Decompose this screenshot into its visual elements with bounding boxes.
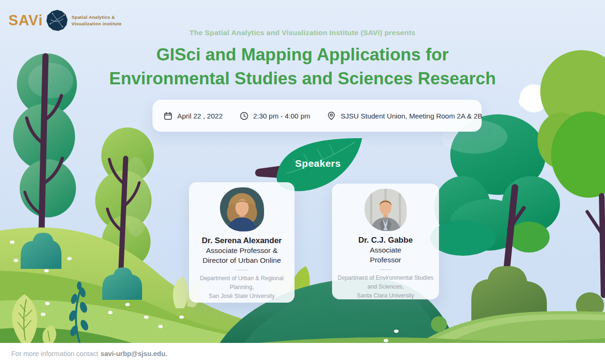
event-time: 2:30 pm - 4:00 pm [240,111,310,120]
speaker-photo-serena-alexander [220,187,264,231]
event-flyer: SAVi Spatial Analytics & Visualization i… [0,0,605,364]
title-line-1: GISci and Mapping Applications for [0,43,605,67]
speaker-role-line2: Professor [332,255,439,265]
calendar-icon [164,111,173,120]
footer-contact-text: For more information contact [11,350,98,357]
event-date: April 22 , 2022 [164,111,223,120]
event-time-label: 2:30 pm - 4:00 pm [253,112,310,120]
speaker-photo-cj-gabbe [364,189,407,231]
savi-logo-acronym: SAVi [8,12,43,29]
kicker-line: The Spatial Analytics and Visualization … [0,29,605,37]
speaker-role-line2: Director of Urban Online [189,255,295,265]
savi-logo: SAVi Spatial Analytics & Visualization i… [8,9,121,31]
card-divider [379,269,392,270]
event-info-bar: April 22 , 2022 2:30 pm - 4:00 pm SJSU S… [152,100,482,132]
savi-network-globe-icon [46,9,68,31]
affiliation-line2: Planning, [189,283,295,292]
speaker-name: Dr. Serena Alexander [189,236,295,245]
speaker-affiliation: Department of Environmental Studies and … [332,274,439,300]
speaker-affiliation: Department of Urban & Regional Planning,… [189,274,295,301]
affiliation-line3: Santa Clara University [332,291,439,300]
clock-icon [240,111,249,120]
speakers-section-label: Speakers [280,158,355,169]
event-location: SJSU Student Union, Meeting Room 2A & 2B [327,111,482,120]
savi-logo-org-name: Spatial Analytics & Visualization instit… [72,14,122,27]
page-title: GISci and Mapping Applications for Envir… [0,43,605,90]
affiliation-line1: Department of Urban & Regional [189,274,295,283]
affiliation-line2: and Sciences, [332,282,439,291]
affiliation-line1: Department of Environmental Studies [332,274,439,282]
footer-contact-bar: For more information contact savi-urbp@s… [0,343,605,364]
speaker-card-serena-alexander: Dr. Serena Alexander Associate Professor… [189,182,295,303]
event-location-label: SJSU Student Union, Meeting Room 2A & 2B [340,112,482,120]
event-date-label: April 22 , 2022 [177,112,223,120]
title-line-2: Environmental Studies and Sciences Resea… [0,67,605,90]
card-divider [236,270,248,270]
speaker-role-line1: Associate Professor & [189,245,295,255]
speaker-card-cj-gabbe: Dr. C.J. Gabbe Associate Professor Depar… [332,184,439,299]
footer-contact-email: savi-urbp@sjsu.edu. [100,350,167,357]
speaker-name: Dr. C.J. Gabbe [332,236,439,245]
affiliation-line3: San José State University [189,292,295,301]
leaf-stem [255,166,280,178]
savi-logo-org-line2: Visualization institute [72,21,122,27]
location-pin-icon [327,111,336,120]
savi-logo-org-line1: Spatial Analytics & [72,14,122,21]
speaker-role-line1: Associate [332,245,439,255]
